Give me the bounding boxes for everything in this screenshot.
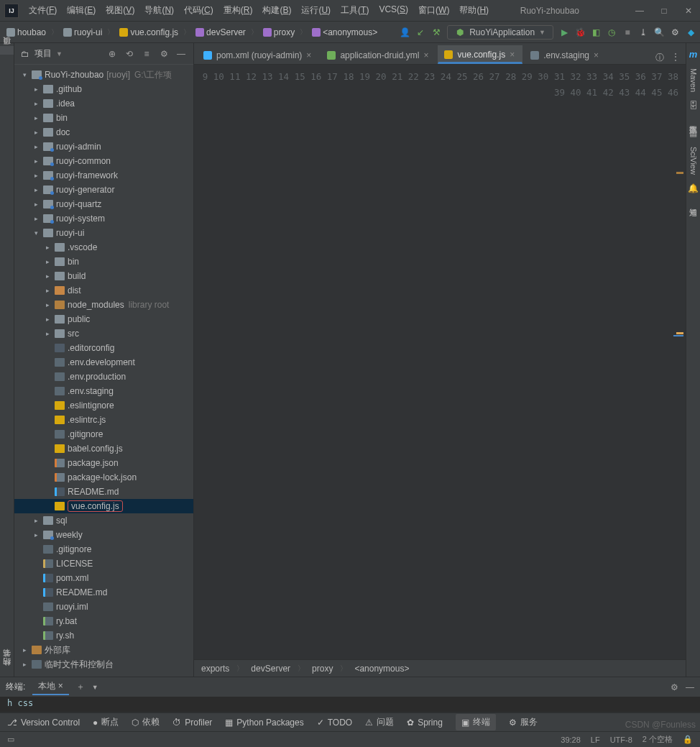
expand-icon[interactable]: ▸ [32, 85, 40, 93]
expand-icon[interactable]: ▸ [32, 214, 40, 223]
tool-tab[interactable]: ⬡依赖 [132, 716, 160, 728]
tool-tab[interactable]: ⚙服务 [509, 716, 538, 728]
tool-tab[interactable]: ⚠问题 [365, 716, 394, 728]
database-icon[interactable]: 🗄 [689, 101, 698, 111]
add-terminal-button[interactable]: ＋ [76, 681, 85, 693]
menu-item[interactable]: 重构(R) [219, 2, 257, 19]
error-stripe[interactable] [677, 65, 686, 659]
menu-item[interactable]: VCS(S) [374, 2, 413, 19]
readonly-icon[interactable]: 🔒 [683, 735, 693, 744]
expand-icon[interactable]: ▸ [32, 114, 40, 122]
expand-icon[interactable]: ▸ [43, 315, 52, 324]
tree-node[interactable]: ▸dist [14, 283, 193, 298]
tree-node[interactable]: pom.xml [14, 571, 193, 585]
rail-sciview[interactable]: SciView [689, 147, 698, 175]
tree-node[interactable]: ruoyi.iml [14, 600, 193, 614]
maximize-button[interactable]: □ [657, 4, 671, 18]
tree-node[interactable]: .gitignore [14, 542, 193, 556]
breadcrumb-item[interactable]: <anonymous> [354, 664, 409, 674]
menu-item[interactable]: 窗口(W) [414, 2, 453, 19]
stop-button[interactable]: ■ [622, 27, 632, 37]
tree-node[interactable]: ▸外部库 [14, 643, 193, 657]
more-icon[interactable]: ⋮ [671, 52, 680, 64]
tree-node[interactable]: ry.sh [14, 628, 193, 643]
breadcrumb-item[interactable]: devServer [251, 664, 290, 674]
tree-node[interactable]: ▸.idea [14, 96, 193, 111]
tree-node[interactable]: ▸sql [14, 513, 193, 528]
expand-icon[interactable]: ▸ [32, 157, 40, 165]
run-config-dropdown[interactable]: ⬢ RuoYiApplication ▼ [447, 25, 553, 40]
tree-node[interactable]: ▸bin [14, 255, 193, 269]
expand-icon[interactable] [43, 459, 52, 467]
close-button[interactable]: ✕ [681, 4, 696, 18]
expand-icon[interactable]: ▸ [32, 185, 40, 194]
tree-node[interactable]: ▸build [14, 269, 193, 283]
menu-item[interactable]: 导航(N) [140, 2, 178, 19]
tree-node[interactable]: .eslintignore [14, 398, 193, 413]
file-encoding[interactable]: UTF-8 [610, 735, 632, 744]
breadcrumb-item[interactable]: exports [201, 664, 229, 674]
expand-icon[interactable]: ▸ [43, 286, 52, 295]
close-icon[interactable]: × [306, 50, 311, 60]
hide-icon[interactable]: — [175, 47, 188, 60]
expand-icon[interactable]: ▸ [20, 646, 29, 654]
expand-icon[interactable] [43, 344, 52, 352]
hammer-icon[interactable]: ⚒ [431, 27, 441, 37]
sciview-icon[interactable]: ▦ [689, 128, 697, 138]
tree-node[interactable]: ▸ruoyi-common [14, 154, 193, 168]
expand-icon[interactable]: ▸ [32, 99, 40, 108]
info-icon[interactable]: ⓘ [655, 52, 664, 64]
expand-icon[interactable]: ▸ [32, 171, 40, 180]
hide-icon[interactable]: — [686, 682, 694, 692]
code-editor[interactable]: 9 10 11 12 13 14 15 16 17 18 19 20 21 22… [194, 65, 686, 659]
expand-icon[interactable]: ▸ [43, 257, 52, 266]
tree-node[interactable]: ▾RuoYi-zhoubao[ruoyi]G:\工作项 [14, 68, 193, 82]
tree-node[interactable]: ▸ruoyi-framework [14, 168, 193, 183]
tree-node[interactable]: ▸node_moduleslibrary root [14, 298, 193, 312]
tree-node[interactable]: .gitignore [14, 427, 193, 441]
expand-icon[interactable]: ▸ [32, 531, 40, 539]
expand-icon[interactable] [43, 502, 52, 510]
breadcrumb-item[interactable]: ruoyi-ui [61, 26, 104, 39]
menu-item[interactable]: 运行(U) [297, 2, 335, 19]
breadcrumb-item[interactable]: proxy [261, 26, 297, 39]
select-opened-icon[interactable]: ⟲ [123, 47, 136, 60]
tree-node[interactable]: LICENSE [14, 556, 193, 571]
expand-icon[interactable] [32, 602, 40, 611]
tree-node[interactable]: .env.development [14, 355, 193, 370]
editor-tab[interactable]: pom.xml (ruoyi-admin)× [197, 46, 319, 64]
indent[interactable]: 2 个空格 [643, 734, 673, 745]
tree-node[interactable]: README.md [14, 585, 193, 600]
tree-node[interactable]: ▸public [14, 312, 193, 326]
menu-item[interactable]: 构建(B) [258, 2, 295, 19]
tree-node[interactable]: .editorconfig [14, 341, 193, 355]
expand-icon[interactable]: ▾ [32, 229, 40, 237]
tree-node[interactable]: ▸ruoyi-generator [14, 183, 193, 197]
menu-item[interactable]: 工具(T) [336, 2, 373, 19]
debug-button[interactable]: 🐞 [575, 27, 585, 37]
breadcrumb-item[interactable]: proxy [312, 664, 333, 674]
user-icon[interactable]: 👤 [400, 27, 410, 37]
expand-icon[interactable] [43, 473, 52, 482]
expand-icon[interactable] [43, 372, 52, 381]
kite-icon[interactable]: ◆ [686, 27, 696, 37]
terminal-tab[interactable]: 本地 × [32, 679, 68, 695]
expand-icon[interactable] [43, 387, 52, 395]
breadcrumb-item[interactable]: devServer [193, 26, 248, 39]
chevron-down-icon[interactable]: ▼ [56, 50, 63, 58]
gear-icon[interactable]: ⚙ [670, 27, 680, 37]
tree-node[interactable]: ▸ruoyi-admin [14, 139, 193, 154]
expand-icon[interactable] [32, 617, 40, 625]
profile-button[interactable]: ◷ [607, 27, 617, 37]
tool-tab[interactable]: ✿Spring [407, 718, 443, 728]
close-icon[interactable]: × [510, 50, 515, 60]
editor-tab[interactable]: .env.staging× [524, 46, 607, 64]
coverage-button[interactable]: ◧ [591, 27, 601, 37]
tree-node[interactable]: vue.config.js [14, 499, 193, 513]
expand-icon[interactable] [43, 487, 52, 496]
tool-tab[interactable]: ●断点 [93, 716, 119, 728]
expand-icon[interactable] [32, 545, 40, 554]
rail-bookmarks[interactable]: 书签 [0, 659, 14, 668]
line-separator[interactable]: LF [591, 735, 600, 744]
expand-icon[interactable]: ▸ [32, 142, 40, 151]
